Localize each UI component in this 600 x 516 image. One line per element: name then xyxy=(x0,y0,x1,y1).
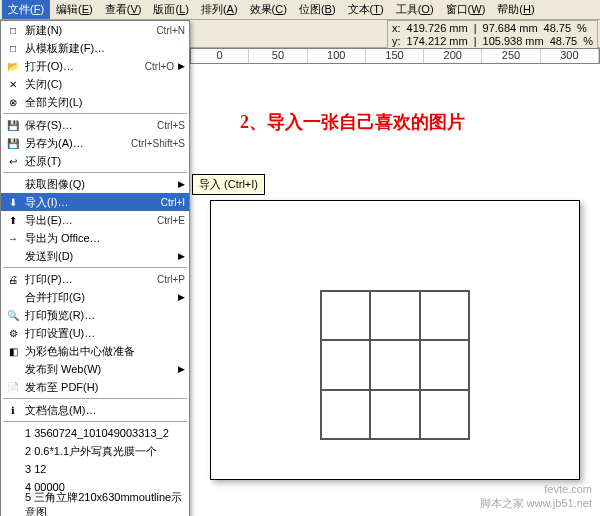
menu-icon: ⚙ xyxy=(5,325,21,341)
menu-item[interactable]: 发送到(D)▶ xyxy=(1,247,189,265)
x-value: 419.726 mm xyxy=(407,22,468,35)
menu-tools[interactable]: 工具(O) xyxy=(390,0,440,19)
menu-label: 保存(S)… xyxy=(25,118,149,133)
menu-file[interactable]: 文件(F) xyxy=(2,0,50,19)
menu-label: 3 12 xyxy=(25,463,185,475)
menu-item[interactable]: →导出为 Office… xyxy=(1,229,189,247)
menu-label: 关闭(C) xyxy=(25,77,185,92)
menu-label: 打印(P)… xyxy=(25,272,149,287)
menu-shortcut: Ctrl+O xyxy=(145,61,174,72)
menu-icon: 📂 xyxy=(5,58,21,74)
menu-icon: □ xyxy=(5,40,21,56)
menu-icon xyxy=(5,176,21,192)
menu-icon xyxy=(5,248,21,264)
x-label: x: xyxy=(392,22,401,35)
menu-icon xyxy=(5,443,21,459)
menu-icon: ↩ xyxy=(5,153,21,169)
menu-icon: 📄 xyxy=(5,379,21,395)
menu-icon: 🖨 xyxy=(5,271,21,287)
menu-icon: → xyxy=(5,230,21,246)
menu-arrange[interactable]: 排列(A) xyxy=(195,0,244,19)
submenu-arrow-icon: ▶ xyxy=(178,61,185,71)
pct1: 48.75 xyxy=(544,22,572,35)
menu-item[interactable]: ⬆导出(E)…Ctrl+E xyxy=(1,211,189,229)
menu-item[interactable]: ✕关闭(C) xyxy=(1,75,189,93)
menu-label: 导出为 Office… xyxy=(25,231,185,246)
menu-item[interactable]: □新建(N)Ctrl+N xyxy=(1,21,189,39)
menu-item[interactable]: 🔍打印预览(R)… xyxy=(1,306,189,324)
menu-icon: ℹ xyxy=(5,402,21,418)
menu-shortcut: Ctrl+P xyxy=(157,274,185,285)
menu-shortcut: Ctrl+N xyxy=(156,25,185,36)
menu-label: 新建(N) xyxy=(25,23,148,38)
menu-label: 打印预览(R)… xyxy=(25,308,185,323)
menu-item[interactable]: 合并打印(G)▶ xyxy=(1,288,189,306)
menu-icon: □ xyxy=(5,22,21,38)
menu-effects[interactable]: 效果(C) xyxy=(244,0,293,19)
w-value: 97.684 mm xyxy=(483,22,538,35)
pct2: 48.75 xyxy=(550,35,578,48)
menu-label: 2 0.6*1.1户外写真光膜一个 xyxy=(25,444,185,459)
menu-icon: ⊗ xyxy=(5,94,21,110)
menu-item[interactable]: □从模板新建(F)… xyxy=(1,39,189,57)
menu-icon xyxy=(5,289,21,305)
menu-help[interactable]: 帮助(H) xyxy=(491,0,540,19)
menu-label: 合并打印(G) xyxy=(25,290,174,305)
ruler-horizontal: 0 50 100 150 200 250 300 xyxy=(190,48,600,64)
menu-item[interactable]: 发布到 Web(W)▶ xyxy=(1,360,189,378)
menu-icon: 💾 xyxy=(5,117,21,133)
menu-edit[interactable]: 编辑(E) xyxy=(50,0,99,19)
watermark: fevte.com 脚本之家 www.jb51.net xyxy=(480,482,592,510)
menu-shortcut: Ctrl+S xyxy=(157,120,185,131)
menu-label: 发布到 Web(W) xyxy=(25,362,174,377)
menu-label: 5 三角立牌210x630mmoutline示意图 xyxy=(25,490,185,516)
submenu-arrow-icon: ▶ xyxy=(178,251,185,261)
menu-label: 从模板新建(F)… xyxy=(25,41,185,56)
menu-icon: 💾 xyxy=(5,135,21,151)
step-annotation: 2、导入一张自己喜欢的图片 xyxy=(240,110,465,134)
menu-item[interactable]: 3 12 xyxy=(1,460,189,478)
menu-icon: ◧ xyxy=(5,343,21,359)
grid-object[interactable] xyxy=(320,290,470,440)
menu-item[interactable]: 5 三角立牌210x630mmoutline示意图 xyxy=(1,496,189,514)
menu-shortcut: Ctrl+E xyxy=(157,215,185,226)
menu-item[interactable]: 📄发布至 PDF(H) xyxy=(1,378,189,396)
menu-label: 发布至 PDF(H) xyxy=(25,380,185,395)
submenu-arrow-icon: ▶ xyxy=(178,179,185,189)
menu-label: 获取图像(Q) xyxy=(25,177,174,192)
menu-item[interactable]: 📂打开(O)…Ctrl+O▶ xyxy=(1,57,189,75)
menu-label: 另存为(A)… xyxy=(25,136,123,151)
submenu-arrow-icon: ▶ xyxy=(178,292,185,302)
menu-label: 发送到(D) xyxy=(25,249,174,264)
menu-item[interactable]: 1 3560724_101049003313_2 xyxy=(1,424,189,442)
menu-icon: ⬆ xyxy=(5,212,21,228)
menu-icon: 🔍 xyxy=(5,307,21,323)
menu-item[interactable]: 🖨打印(P)…Ctrl+P xyxy=(1,270,189,288)
menu-layout[interactable]: 版面(L) xyxy=(147,0,194,19)
menu-item[interactable]: ⊗全部关闭(L) xyxy=(1,93,189,111)
menu-window[interactable]: 窗口(W) xyxy=(440,0,492,19)
menu-item[interactable]: ↩还原(T) xyxy=(1,152,189,170)
menu-item[interactable]: 💾另存为(A)…Ctrl+Shift+S xyxy=(1,134,189,152)
menu-item[interactable]: ℹ文档信息(M)… xyxy=(1,401,189,419)
y-label: y: xyxy=(392,35,401,48)
menu-label: 为彩色输出中心做准备 xyxy=(25,344,185,359)
menu-item[interactable]: 💾保存(S)…Ctrl+S xyxy=(1,116,189,134)
h-value: 105.938 mm xyxy=(483,35,544,48)
menu-label: 导出(E)… xyxy=(25,213,149,228)
menu-view[interactable]: 查看(V) xyxy=(99,0,148,19)
menu-item[interactable]: ⬇导入(I)…Ctrl+I xyxy=(1,193,189,211)
menu-bitmap[interactable]: 位图(B) xyxy=(293,0,342,19)
menu-icon: ⬇ xyxy=(5,194,21,210)
menu-icon xyxy=(5,479,21,495)
menu-icon: ✕ xyxy=(5,76,21,92)
menu-item[interactable]: 2 0.6*1.1户外写真光膜一个 xyxy=(1,442,189,460)
menu-text[interactable]: 文本(T) xyxy=(342,0,390,19)
menu-label: 全部关闭(L) xyxy=(25,95,185,110)
y-value: 174.212 mm xyxy=(407,35,468,48)
menu-icon xyxy=(5,461,21,477)
menu-item[interactable]: ⚙打印设置(U)… xyxy=(1,324,189,342)
menu-item[interactable]: 获取图像(Q)▶ xyxy=(1,175,189,193)
menu-label: 打印设置(U)… xyxy=(25,326,185,341)
menu-item[interactable]: ◧为彩色输出中心做准备 xyxy=(1,342,189,360)
